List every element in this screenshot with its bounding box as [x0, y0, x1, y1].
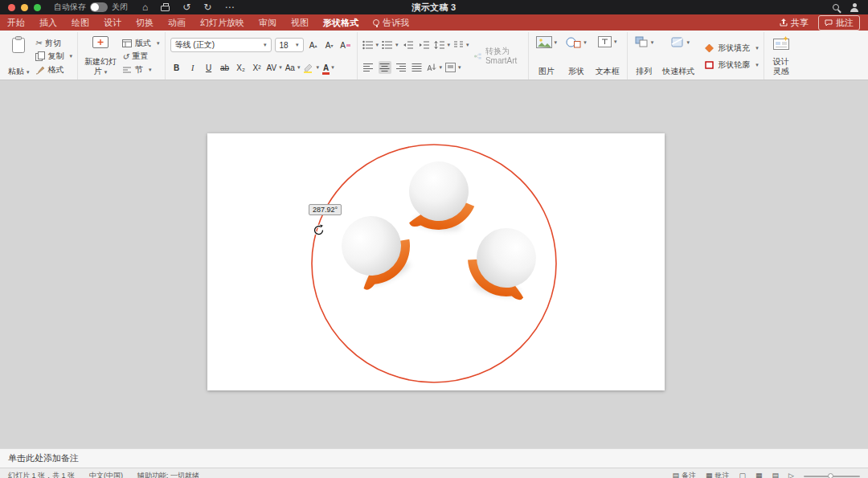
copy-button[interactable]: 复制: [35, 51, 73, 63]
comments-toggle-button[interactable]: 批注: [706, 471, 730, 478]
change-case-button[interactable]: Aa: [285, 61, 301, 74]
tab-insert[interactable]: 插入: [32, 14, 64, 31]
ribbon-group-insert: 图片 形状 文本框: [529, 32, 628, 80]
window-controls: [8, 4, 41, 11]
convert-to-smartart-button[interactable]: 转换为 SmartArt: [473, 34, 523, 79]
font-name-combo[interactable]: 等线 (正文): [170, 38, 272, 52]
redo-icon[interactable]: [203, 2, 211, 12]
font-color-button[interactable]: A: [322, 61, 335, 74]
home-icon[interactable]: [142, 2, 148, 12]
scissors-icon: [35, 39, 42, 47]
columns-button[interactable]: [453, 39, 469, 51]
align-center-button[interactable]: [379, 61, 391, 74]
new-slide-label: 新建幻灯片: [84, 57, 117, 76]
zoom-slider[interactable]: [804, 476, 860, 477]
tab-animations[interactable]: 动画: [161, 14, 193, 31]
strikethrough-button[interactable]: ab: [219, 61, 231, 74]
tab-shape-format[interactable]: 形状格式: [316, 14, 366, 31]
grow-font-button[interactable]: A: [307, 39, 320, 51]
bold-button[interactable]: B: [170, 61, 183, 74]
zoom-slider-knob[interactable]: [828, 473, 833, 478]
comments-panel-icon: [706, 472, 713, 478]
align-right-icon: [395, 63, 406, 72]
autosave-switch[interactable]: [90, 2, 108, 12]
subscript-button[interactable]: X₂: [235, 61, 248, 74]
text-direction-button[interactable]: [427, 61, 443, 74]
tab-slideshow[interactable]: 幻灯片放映: [193, 14, 252, 31]
print-icon[interactable]: [161, 6, 170, 11]
quick-styles-button[interactable]: 快速样式: [660, 34, 700, 79]
close-window-button[interactable]: [8, 4, 15, 11]
fullscreen-window-button[interactable]: [34, 4, 41, 11]
ribbon-group-design: 设计 灵感: [764, 32, 798, 80]
format-painter-button[interactable]: 格式: [35, 63, 73, 76]
highlight-color-button[interactable]: [303, 61, 319, 74]
tab-home[interactable]: 开始: [0, 14, 32, 31]
shape-fill-button[interactable]: 形状填充: [704, 43, 759, 54]
tab-design[interactable]: 设计: [96, 14, 129, 31]
new-slide-button[interactable]: 新建幻灯片: [83, 34, 118, 79]
line-spacing-button[interactable]: [434, 39, 451, 51]
minimize-window-button[interactable]: [21, 4, 28, 11]
accessibility-status[interactable]: 辅助功能: 一切就绪: [137, 471, 199, 478]
reset-button[interactable]: 重置: [122, 51, 160, 63]
more-commands-icon[interactable]: [224, 2, 234, 12]
italic-button[interactable]: I: [186, 61, 199, 74]
normal-view-icon[interactable]: [739, 472, 747, 478]
section-button[interactable]: 节: [122, 63, 160, 76]
notes-pane[interactable]: 单击此处添加备注: [0, 448, 868, 468]
decrease-indent-button[interactable]: [402, 39, 415, 51]
language-status[interactable]: 中文(中国): [89, 471, 123, 478]
slide[interactable]: [207, 133, 665, 390]
cut-button[interactable]: 剪切: [35, 37, 73, 49]
comments-button[interactable]: 批注: [818, 15, 860, 31]
underline-button[interactable]: U: [203, 61, 215, 74]
justify-button[interactable]: [411, 61, 424, 74]
design-ideas-button[interactable]: 设计 灵感: [769, 34, 793, 79]
character-spacing-button[interactable]: AV: [267, 61, 282, 74]
share-button[interactable]: 共享: [780, 17, 809, 29]
insert-shapes-button[interactable]: 形状: [563, 34, 589, 79]
document-title: 演示文稿 3: [412, 2, 457, 14]
numbering-button[interactable]: [382, 39, 399, 51]
format-painter-label: 格式: [48, 64, 64, 76]
eraser-icon: [346, 44, 350, 47]
superscript-button[interactable]: X²: [251, 61, 264, 74]
search-icon[interactable]: [833, 4, 839, 10]
tell-me-button[interactable]: 告诉我: [366, 17, 416, 29]
tab-review[interactable]: 审阅: [252, 14, 284, 31]
tab-transitions[interactable]: 切换: [129, 14, 161, 31]
textbox-label: 文本框: [596, 67, 620, 76]
shrink-font-button[interactable]: A: [323, 39, 336, 51]
align-text-button[interactable]: [445, 61, 461, 74]
increase-indent-button[interactable]: [418, 39, 431, 51]
insert-picture-button[interactable]: 图片: [534, 34, 560, 79]
tab-draw[interactable]: 绘图: [64, 14, 96, 31]
align-left-button[interactable]: [362, 61, 375, 74]
align-right-button[interactable]: [395, 61, 407, 74]
notes-toggle-button[interactable]: 备注: [673, 471, 697, 478]
slide-sorter-view-icon[interactable]: [755, 472, 763, 478]
tab-view[interactable]: 视图: [284, 14, 316, 31]
slideshow-view-icon[interactable]: [788, 472, 794, 478]
shape-outline-label: 形状轮廓: [718, 59, 750, 71]
autosave-control[interactable]: 自动保存 关闭: [54, 2, 128, 13]
clear-formatting-button[interactable]: A: [339, 39, 352, 51]
arrange-button[interactable]: 排列: [633, 34, 657, 79]
account-icon[interactable]: [850, 3, 858, 12]
shape-outline-button[interactable]: 形状轮廓: [704, 59, 759, 71]
insert-textbox-button[interactable]: 文本框: [593, 34, 622, 79]
undo-icon[interactable]: [182, 2, 190, 12]
notes-placeholder[interactable]: 单击此处添加备注: [8, 452, 79, 464]
paste-button[interactable]: 粘贴: [6, 34, 31, 79]
tell-me-label: 告诉我: [383, 17, 409, 29]
align-left-icon: [363, 63, 374, 72]
comments-toggle-label: 批注: [715, 471, 730, 478]
reading-view-icon[interactable]: [772, 472, 780, 478]
bullets-button[interactable]: [362, 39, 379, 51]
editing-canvas[interactable]: 287.92°: [0, 80, 868, 448]
layout-button[interactable]: 版式: [122, 37, 160, 49]
shapes-label: 形状: [568, 67, 584, 76]
font-size-combo[interactable]: 18: [275, 38, 304, 52]
arrange-icon: [635, 36, 649, 48]
